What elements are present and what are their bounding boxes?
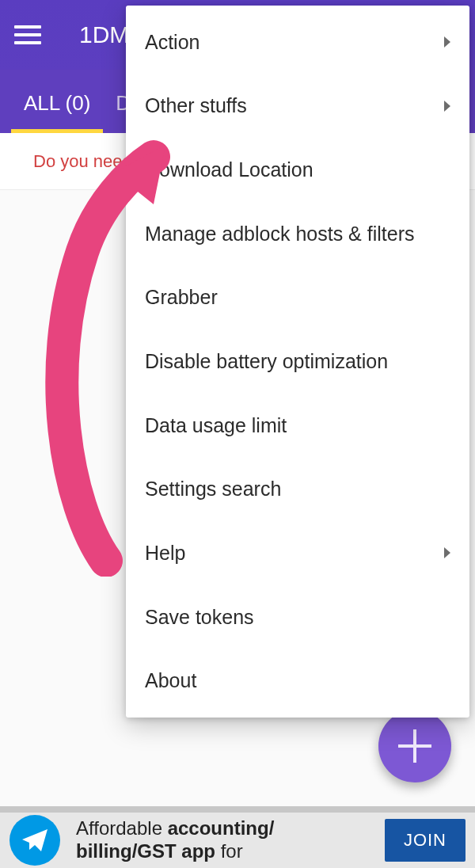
chevron-right-icon [444,547,450,558]
notice-text: Do you need [33,151,132,172]
chevron-right-icon [444,36,450,48]
menu-icon[interactable] [14,25,41,44]
menu-item-data-usage-limit[interactable]: Data usage limit [126,394,469,458]
menu-label: Data usage limit [145,414,287,437]
menu-item-manage-adblock[interactable]: Manage adblock hosts & filters [126,202,469,266]
ad-text: Affordable accounting/ billing/GST app f… [76,817,385,863]
menu-item-about[interactable]: About [126,649,469,713]
menu-item-help[interactable]: Help [126,521,469,585]
paper-plane-icon [10,815,60,866]
menu-label: Manage adblock hosts & filters [145,223,414,246]
menu-item-save-tokens[interactable]: Save tokens [126,585,469,649]
menu-label: Grabber [145,286,218,309]
menu-item-download-location[interactable]: Download Location [126,138,469,202]
menu-label: Disable battery optimization [145,350,388,373]
menu-item-action[interactable]: Action [126,10,469,74]
add-fab[interactable] [378,710,451,782]
chevron-right-icon [444,101,450,112]
menu-item-grabber[interactable]: Grabber [126,266,469,330]
app-title: 1DM [79,21,129,48]
ad-join-button[interactable]: JOIN [385,819,466,862]
menu-item-settings-search[interactable]: Settings search [126,457,469,521]
menu-item-other-stuffs[interactable]: Other stuffs [126,74,469,139]
menu-label: Download Location [145,158,314,181]
menu-label: Settings search [145,478,281,501]
menu-label: About [145,669,196,692]
menu-label: Other stuffs [145,94,247,117]
menu-label: Action [145,31,200,54]
overflow-menu: Action Other stuffs Download Location Ma… [126,6,469,718]
menu-label: Help [145,542,185,565]
tab-all[interactable]: ALL (0) [11,74,103,133]
menu-item-disable-battery-opt[interactable]: Disable battery optimization [126,329,469,394]
ad-banner[interactable]: Affordable accounting/ billing/GST app f… [0,806,475,868]
menu-label: Save tokens [145,606,254,629]
